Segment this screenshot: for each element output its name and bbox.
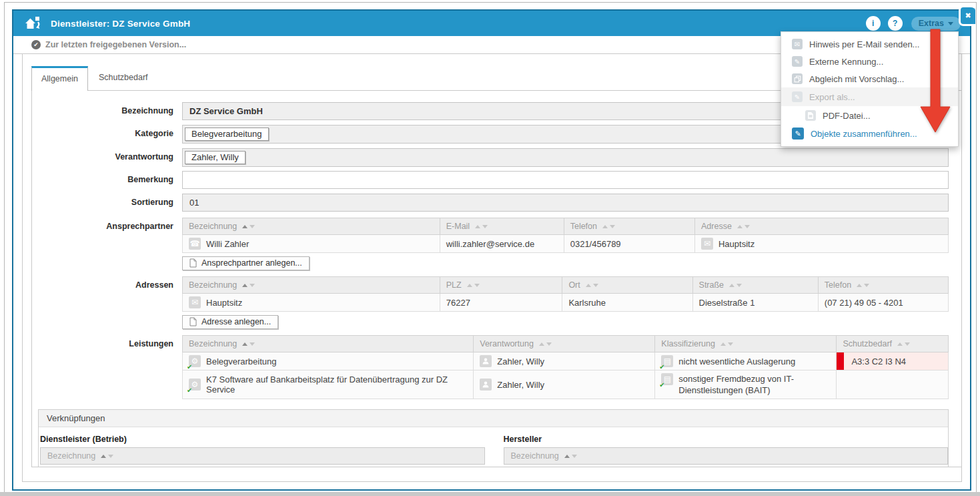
hersteller-label: Hersteller — [504, 435, 949, 444]
form-row-sortierung: Sortierung 01 — [38, 194, 949, 212]
edit-icon: ✎ — [792, 56, 803, 67]
bemerkung-input[interactable] — [182, 171, 949, 189]
bezeichnung-label: Bezeichnung — [38, 102, 182, 120]
tab-allgemein[interactable]: Allgemein — [31, 66, 88, 91]
col-header-telefon[interactable]: Telefon — [818, 277, 948, 294]
col-header-adresse[interactable]: Adresse — [694, 218, 948, 235]
sort-icon[interactable] — [586, 284, 598, 287]
close-button[interactable]: ✖ — [959, 5, 975, 26]
copy-icon — [792, 73, 803, 84]
person-icon — [480, 379, 492, 391]
menu-item-abgleich-vorschlag[interactable]: Abgleich mit Vorschlag... — [781, 70, 958, 87]
sort-icon[interactable] — [897, 342, 910, 346]
service-provider-icon — [24, 15, 43, 31]
classification-doc-icon: ▤✔ — [661, 373, 673, 385]
hersteller-column: Hersteller Bezeichnung — [504, 435, 949, 465]
form-row-adressen: Adressen Bezeichnung PLZ Ort Straße Tele… — [38, 276, 949, 335]
chevron-down-icon — [948, 22, 953, 25]
sort-icon[interactable] — [720, 342, 733, 346]
col-header-strasse[interactable]: Straße — [692, 277, 818, 294]
person-icon — [480, 355, 492, 367]
check-icon: ✔ — [187, 387, 192, 394]
dienstleister-betrieb-label: Dienstleister (Betrieb) — [40, 435, 485, 444]
sort-icon[interactable] — [857, 284, 869, 287]
col-header-email[interactable]: E-Mail — [440, 218, 564, 235]
menu-item-pdf-datei[interactable]: PDF-Datei... — [781, 106, 958, 125]
col-header-bezeichnung[interactable]: Bezeichnung — [183, 336, 474, 352]
leistungen-table: Bezeichnung Verantwortung Klassifizierun… — [182, 335, 949, 399]
kategorie-chip[interactable]: Belegverarbeitung — [185, 128, 269, 141]
menu-item-export-als: ✎ Export als... — [781, 87, 958, 106]
verantwortung-chip[interactable]: Zahler, Willy — [185, 151, 246, 164]
hersteller-table-header[interactable]: Bezeichnung — [504, 447, 949, 465]
sort-icon[interactable] — [101, 455, 113, 458]
col-header-ort[interactable]: Ort — [562, 277, 692, 294]
col-header-klassifizierung[interactable]: Klassifizierung — [655, 336, 837, 352]
sortierung-field[interactable]: 01 — [182, 194, 949, 212]
sort-icon[interactable] — [539, 342, 552, 346]
new-document-icon — [189, 317, 197, 326]
help-button[interactable]: ? — [888, 16, 903, 31]
verknuepfungen-section: Verknüpfungen Dienstleister (Betrieb) Be… — [38, 409, 949, 467]
tab-schutzbedarf[interactable]: Schutzbedarf — [89, 67, 157, 90]
pdf-icon — [805, 110, 816, 121]
check-icon: ✔ — [659, 363, 664, 370]
col-header-verantwortung[interactable]: Verantwortung — [474, 336, 655, 352]
info-button[interactable]: i — [866, 16, 881, 31]
col-header-bezeichnung[interactable]: Bezeichnung — [183, 277, 440, 294]
col-header-schutzbedarf[interactable]: Schutzbedarf — [837, 336, 949, 352]
bemerkung-label: Bemerkung — [38, 171, 182, 189]
schutzbedarf-cell: A3:3 C2 I3 N4 — [837, 352, 949, 370]
kategorie-label: Kategorie — [38, 125, 182, 144]
sort-icon[interactable] — [602, 225, 615, 228]
sort-icon[interactable] — [467, 284, 480, 287]
check-circle-icon: ✔ — [31, 40, 41, 49]
dienstleister-betrieb-table-header[interactable]: Bezeichnung — [40, 447, 485, 465]
check-icon: ✔ — [659, 381, 664, 389]
dienstleister-betrieb-column: Dienstleister (Betrieb) Bezeichnung — [40, 435, 485, 465]
sort-icon[interactable] — [242, 284, 255, 287]
new-document-icon — [189, 258, 197, 268]
check-icon: ✔ — [187, 363, 192, 370]
adressen-label: Adressen — [38, 276, 182, 335]
form-row-bemerkung: Bemerkung — [38, 171, 949, 189]
ansprechpartner-label: Ansprechpartner — [38, 218, 182, 276]
sort-icon[interactable] — [729, 284, 742, 287]
table-row[interactable]: ⚙✔K7 Software auf Bankarbeitsplatz für D… — [183, 370, 949, 399]
form-row-ansprechpartner: Ansprechpartner Bezeichnung E-Mail Telef… — [38, 218, 949, 276]
sort-icon[interactable] — [475, 225, 488, 228]
col-header-telefon[interactable]: Telefon — [564, 218, 694, 235]
menu-item-objekte-zusammenfuehren[interactable]: ✎ Objekte zusammenführen... — [781, 125, 958, 142]
verantwortung-label: Verantwortung — [38, 148, 182, 167]
page-title: Dienstleister: DZ Service GmbH — [51, 19, 190, 29]
col-header-plz[interactable]: PLZ — [440, 277, 562, 294]
extras-button[interactable]: Extras — [911, 17, 961, 31]
adressen-table: Bezeichnung PLZ Ort Straße Telefon ✉Haup… — [182, 276, 949, 312]
contact-icon: ☎ — [189, 238, 201, 250]
ansprechpartner-table: Bezeichnung E-Mail Telefon Adresse ☎Will… — [182, 218, 949, 253]
extras-dropdown-menu: ✉ Hinweis per E-Mail senden... ✎ Externe… — [781, 31, 959, 147]
table-row[interactable]: ✉Hauptsitz 76227 Karlsruhe Dieselstraße … — [183, 294, 949, 312]
last-released-version-link[interactable]: Zur letzten freigegebenen Version... — [45, 40, 186, 49]
col-header-bezeichnung[interactable]: Bezeichnung — [183, 218, 440, 235]
sortierung-label: Sortierung — [38, 194, 182, 212]
menu-item-hinweis-email[interactable]: ✉ Hinweis per E-Mail senden... — [781, 35, 958, 53]
adresse-anlegen-button[interactable]: Adresse anlegen... — [182, 315, 278, 329]
extras-button-label: Extras — [919, 19, 944, 28]
table-row[interactable]: ☎Willi Zahler willi.zahler@service.de 03… — [183, 235, 949, 253]
sort-icon[interactable] — [242, 342, 255, 346]
address-icon: ✉ — [189, 296, 201, 308]
sort-icon[interactable] — [737, 225, 750, 228]
export-icon: ✎ — [792, 91, 803, 102]
address-icon: ✉ — [701, 238, 713, 250]
form-row-leistungen: Leistungen Bezeichnung Verantwortung Kla… — [38, 335, 949, 399]
verknuepfungen-body: Dienstleister (Betrieb) Bezeichnung Hers… — [39, 427, 948, 467]
table-row[interactable]: ⚙✔Belegverarbeitung Zahler, Willy ▤✔nich… — [183, 352, 949, 370]
mail-icon: ✉ — [792, 39, 803, 49]
menu-item-externe-kennung[interactable]: ✎ Externe Kennung... — [781, 53, 958, 70]
sort-icon[interactable] — [242, 225, 255, 228]
leistungen-label: Leistungen — [38, 335, 182, 399]
verantwortung-field[interactable]: Zahler, Willy — [182, 148, 949, 167]
ansprechpartner-anlegen-button[interactable]: Ansprechpartner anlegen... — [182, 256, 310, 270]
sort-icon[interactable] — [564, 455, 577, 458]
